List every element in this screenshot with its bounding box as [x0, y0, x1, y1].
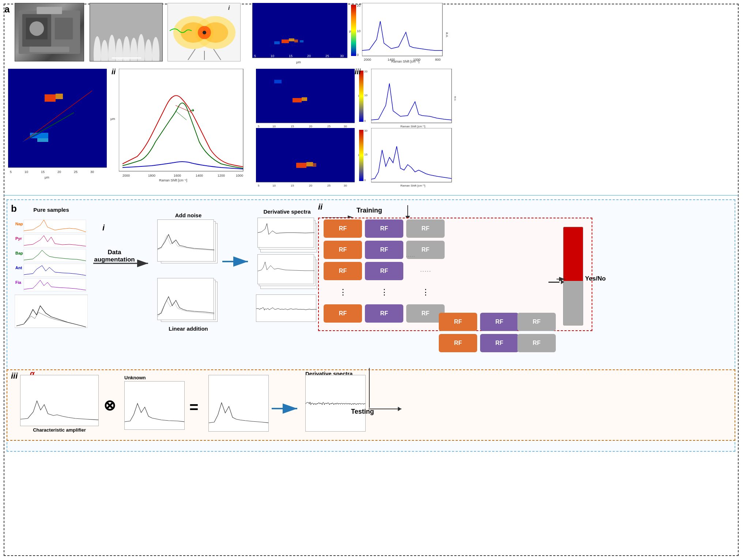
- svg-text:5: 5: [258, 184, 260, 187]
- rf-cell-gray-b: RF: [517, 313, 556, 331]
- svg-text:2000: 2000: [364, 58, 371, 61]
- svg-text:a.u.: a.u.: [454, 96, 457, 101]
- svg-text:25: 25: [74, 170, 78, 174]
- svg-text:500 nm: 500 nm: [116, 57, 129, 61]
- rf-grid: RF RF RF RF RF RF RF RF ····· ⋮ ⋮ ⋮ RF R…: [324, 219, 445, 323]
- rf-cell-gray: RF: [406, 219, 445, 238]
- pure-samples-container: Pure samples Nap Pyr Bap Ant Fia Daha: [15, 207, 88, 331]
- tensor-product-symbol: ⊗: [103, 397, 116, 414]
- svg-rect-6: [37, 7, 62, 14]
- rf-cell-purple-b: RF: [480, 313, 518, 331]
- heatmap-bottom-left: 5 10 15 20 25 30 μm μm 5 10 15 20 25 30: [8, 69, 116, 177]
- rf-dots-row: ·····: [406, 262, 445, 280]
- derivative-spectra-container: Derivative spectra: [256, 208, 318, 322]
- rf-horizontal-dots: ·····: [406, 252, 415, 260]
- svg-text:15: 15: [291, 184, 294, 187]
- svg-text:5: 5: [258, 125, 260, 128]
- svg-text:20: 20: [307, 54, 311, 58]
- svg-text:μm: μm: [296, 60, 301, 64]
- svg-text:15: 15: [289, 54, 293, 58]
- rf-cell-gray-b2: RF: [517, 334, 556, 352]
- svg-rect-147: [24, 264, 86, 277]
- svg-rect-32: [289, 38, 294, 41]
- svg-text:10: 10: [272, 184, 276, 187]
- svg-rect-35: [300, 40, 303, 42]
- testing-vertical-line: [366, 367, 373, 409]
- arrow-to-deriv-iii: [270, 402, 303, 415]
- svg-text:0: 0: [357, 53, 359, 57]
- roman-iii-b-label: iii: [11, 371, 18, 381]
- svg-rect-149: [24, 278, 86, 291]
- heatmap-top-right: 5 10 15 20 25 30 μm μm 5 10 20 25 20 10 …: [252, 3, 355, 61]
- machine-photo: [15, 3, 84, 61]
- svg-text:10: 10: [364, 94, 367, 97]
- svg-text:15: 15: [291, 125, 294, 128]
- svg-rect-5: [30, 47, 69, 52]
- roman-i-b-label: i: [102, 223, 105, 233]
- svg-rect-145: [24, 249, 86, 262]
- svg-text:10: 10: [272, 125, 276, 128]
- svg-text:➜: ➜: [190, 107, 195, 113]
- add-noise-label: Add noise: [157, 212, 219, 218]
- arrow-rf-to-yesno: [556, 275, 567, 283]
- svg-text:1800: 1800: [148, 174, 155, 177]
- svg-text:a.u.: a.u.: [445, 32, 449, 38]
- svg-rect-50: [351, 5, 356, 56]
- svg-text:20: 20: [357, 4, 361, 7]
- svg-rect-141: [24, 220, 86, 233]
- svg-text:30: 30: [90, 170, 94, 174]
- svg-text:μm: μm: [110, 117, 115, 121]
- svg-rect-119: [371, 69, 452, 123]
- rf-cell-purple-b2: RF: [480, 334, 518, 352]
- svg-text:Nap: Nap: [15, 222, 23, 226]
- svg-rect-134: [359, 130, 363, 181]
- char-amp-label: Characteristic amplifier: [20, 427, 99, 433]
- unknown-label: Unknown: [124, 375, 185, 380]
- svg-text:2000: 2000: [122, 174, 130, 177]
- svg-rect-30: [252, 3, 347, 58]
- rf-cell-purple: RF: [365, 262, 403, 280]
- svg-rect-63: [56, 94, 63, 99]
- pure-box-container: Characteristic amplifier: [20, 375, 99, 432]
- heatmap-bottom-right: 5 10 15 20 25 30 μm 30 15 0: [256, 128, 369, 185]
- arrow-augmentation: [91, 256, 154, 271]
- rf-cell-orange-b: RF: [439, 313, 477, 331]
- svg-text:800: 800: [435, 58, 441, 61]
- svg-text:Fia: Fia: [15, 280, 22, 285]
- svg-rect-122: [256, 128, 355, 182]
- yes-no-label: Yes/No: [585, 275, 606, 282]
- rf-cell-orange: RF: [324, 219, 362, 238]
- svg-text:25: 25: [327, 184, 331, 187]
- svg-text:30: 30: [340, 54, 344, 58]
- svg-rect-105: [293, 98, 302, 102]
- linear-addition-label: Linear addition: [157, 326, 219, 332]
- rf-cell-purple: RF: [365, 241, 403, 259]
- rf-cell-orange: RF: [324, 241, 362, 259]
- sem-image: 500 nm: [90, 3, 163, 61]
- result-box-container: [208, 375, 269, 432]
- svg-rect-31: [282, 40, 289, 43]
- svg-text:5: 5: [10, 170, 12, 174]
- svg-text:1200: 1200: [218, 174, 225, 177]
- svg-text:Raman Shift [cm⁻¹]: Raman Shift [cm⁻¹]: [159, 178, 187, 182]
- svg-text:Raman Shift [cm⁻¹]: Raman Shift [cm⁻¹]: [391, 60, 419, 63]
- svg-text:10: 10: [357, 29, 361, 33]
- spectrum-bottom-right: Raman Shift [cm⁻¹]: [371, 128, 459, 185]
- svg-rect-62: [45, 94, 56, 102]
- linear-addition-container: Linear addition: [157, 278, 219, 331]
- rf-vdots-3: ⋮: [406, 283, 445, 301]
- spectrum-center-ii: 2000 1800 1600 1400 1200 1000 -200 0 200…: [119, 69, 250, 178]
- svg-marker-164: [398, 407, 401, 411]
- spectrum-mid-right: Raman Shift [cm⁻¹] a.u.: [371, 69, 459, 125]
- rf-cell-purple: RF: [365, 304, 403, 323]
- svg-text:20: 20: [57, 170, 61, 174]
- spectrum-top-right: 2000 1400 1000 800 a.u. Raman Shift [cm⁻…: [362, 3, 450, 63]
- derivative-spectra-label: Derivative spectra: [256, 208, 318, 215]
- svg-rect-143: [24, 234, 86, 247]
- svg-rect-115: [359, 71, 363, 122]
- svg-rect-103: [256, 69, 355, 123]
- svg-text:15: 15: [364, 153, 367, 156]
- rf-cell-orange: RF: [324, 262, 362, 280]
- svg-text:Pyr: Pyr: [15, 236, 22, 241]
- rf-cell-orange-b2: RF: [439, 334, 477, 352]
